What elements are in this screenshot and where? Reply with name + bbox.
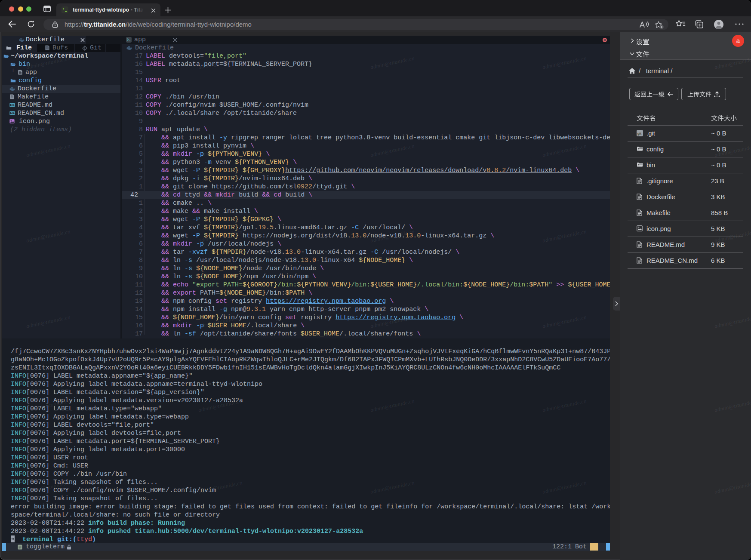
svg-text:git: git (637, 132, 642, 135)
